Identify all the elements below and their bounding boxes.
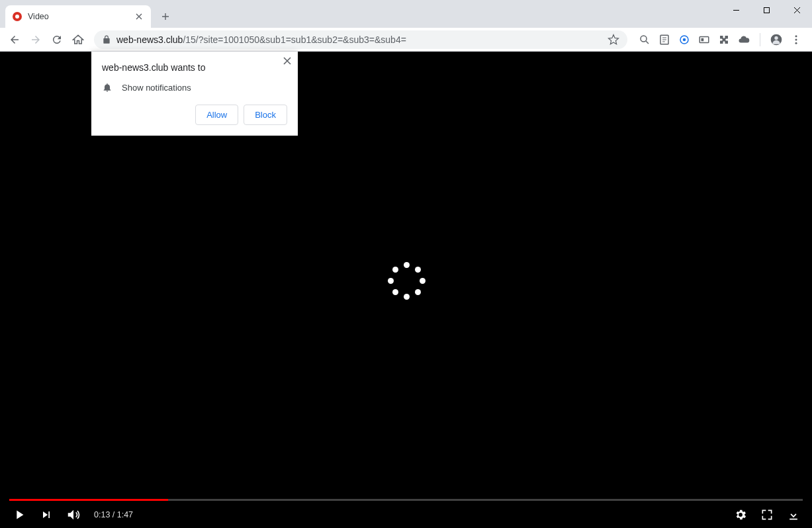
browser-toolbar: web-news3.club/15/?site=1001050&sub1=sub… [0,28,812,52]
svg-point-3 [641,36,647,42]
menu-button[interactable] [789,33,803,46]
settings-button[interactable] [734,508,747,521]
cloud-extension-icon[interactable] [737,33,750,46]
permission-request-text: Show notifications [122,83,191,93]
url-path: /15/?site=1001050&sub1=sub1&sub2=&sub3=&… [183,34,406,45]
permission-request-row: Show notifications [102,82,287,93]
browser-tab[interactable]: Video [5,5,151,28]
reader-icon[interactable] [658,33,671,46]
svg-rect-2 [764,7,769,13]
svg-point-13 [795,42,797,44]
back-button[interactable] [5,30,24,49]
tab-favicon [12,11,23,22]
next-button[interactable] [40,508,53,521]
browser-titlebar: Video [0,0,812,28]
zoom-icon[interactable] [638,33,651,46]
card-extension-icon[interactable] [698,33,711,46]
download-button[interactable] [787,508,800,521]
window-maximize-button[interactable] [751,0,782,20]
block-button[interactable]: Block [244,105,287,125]
fullscreen-button[interactable] [760,508,774,521]
url-host: web-news3.club [116,34,183,45]
window-close-button[interactable] [782,0,812,20]
svg-point-1 [15,15,19,19]
home-button[interactable] [69,30,87,49]
bookmark-star-icon[interactable] [608,34,619,46]
notification-permission-prompt: web-news3.club wants to Show notificatio… [91,52,298,136]
url-text: web-news3.club/15/?site=1001050&sub1=sub… [116,34,406,45]
svg-point-6 [683,38,686,41]
bell-icon [102,82,113,93]
forward-button [26,30,45,49]
allow-button[interactable]: Allow [195,105,238,125]
tab-title: Video [28,12,134,21]
video-controls: 0:13 / 1:47 [0,499,812,528]
svg-point-11 [795,35,797,37]
puzzle-extension-icon[interactable] [717,33,731,46]
permission-title: web-news3.club wants to [102,62,287,73]
svg-rect-7 [699,36,709,42]
svg-rect-8 [701,38,704,41]
window-minimize-button[interactable] [721,0,751,20]
toolbar-divider [760,33,760,46]
circle-extension-icon[interactable] [678,33,691,46]
video-control-bar: 0:13 / 1:47 [0,501,812,528]
tab-close-button[interactable] [134,11,144,22]
extension-icons [634,33,807,46]
loading-spinner [385,259,428,302]
window-controls [721,0,812,20]
profile-avatar-icon[interactable] [770,33,783,46]
lock-icon [102,35,111,44]
reload-button[interactable] [48,30,66,49]
svg-point-10 [774,36,778,39]
permission-close-button[interactable] [283,57,291,65]
address-bar[interactable]: web-news3.club/15/?site=1001050&sub1=sub… [94,30,627,49]
svg-point-12 [795,38,797,40]
play-button[interactable] [12,507,26,522]
video-time-display: 0:13 / 1:47 [94,510,133,519]
volume-button[interactable] [66,507,81,522]
new-tab-button[interactable] [156,7,175,26]
